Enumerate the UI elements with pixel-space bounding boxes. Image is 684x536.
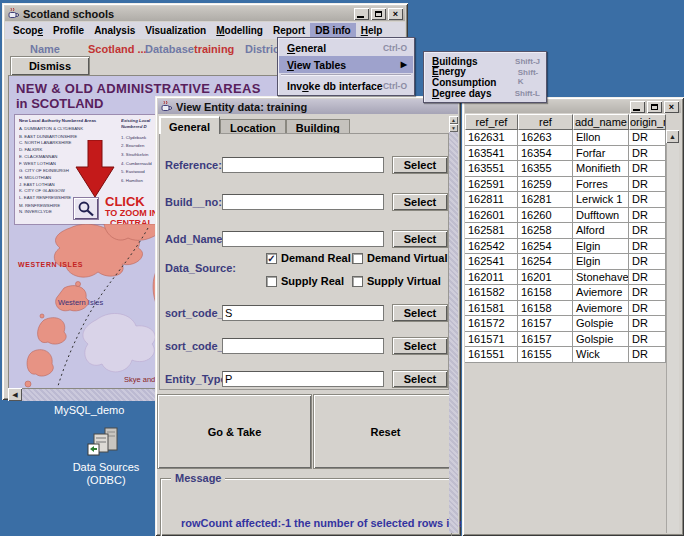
menu-item-invoke-db-interface[interactable]: Invoke db interfaceCtrl-O bbox=[279, 77, 413, 94]
table-cell: DR bbox=[629, 146, 666, 162]
sort-code-2-select-button[interactable]: Select bbox=[392, 337, 448, 355]
menubar-item-help[interactable]: Help bbox=[356, 23, 388, 38]
go-and-take-button[interactable]: Go & Take bbox=[157, 394, 312, 469]
table-row[interactable]: 16260116260DufftownDR bbox=[465, 208, 666, 224]
desktop-icon-mysql-demo[interactable]: MySQL_demo bbox=[54, 404, 124, 416]
table-body: 16263116263EllonDR16354116354ForfarDR163… bbox=[465, 130, 666, 363]
legend-entry: 5. Eastwood bbox=[121, 168, 152, 177]
menu-item-general[interactable]: GeneralCtrl-O bbox=[279, 39, 413, 56]
table-row[interactable]: 16158216158AviemoreDR bbox=[465, 285, 666, 301]
table-minimize-button[interactable] bbox=[630, 101, 645, 113]
sort-code-2-field[interactable] bbox=[222, 338, 384, 354]
table-cell: DR bbox=[629, 239, 666, 255]
legend-left-header: New Local Authority Numbered Areas bbox=[19, 118, 96, 122]
zoom-magnifier-button[interactable] bbox=[73, 197, 99, 220]
entity-type-select-button[interactable]: Select bbox=[392, 370, 448, 388]
reset-button[interactable]: Reset bbox=[313, 394, 458, 469]
close-button[interactable]: × bbox=[388, 8, 403, 20]
scroll-left-arrow-icon[interactable]: ◀ bbox=[8, 388, 22, 401]
entity-type-label: Entity_Type: bbox=[165, 373, 230, 385]
menubar-item-db-info[interactable]: DB info bbox=[310, 23, 356, 38]
submenu-item-degree-days[interactable]: Degree daysShift-L bbox=[425, 85, 545, 101]
table-cell: DR bbox=[629, 208, 666, 224]
tab-location[interactable]: Location bbox=[220, 119, 286, 134]
table-row[interactable]: 16157116157GolspieDR bbox=[465, 332, 666, 348]
menubar-item-scope[interactable]: Scope bbox=[8, 23, 48, 38]
demand-virtual-checkbox[interactable] bbox=[352, 253, 363, 264]
click-text-line1: CLICK bbox=[105, 194, 145, 209]
table-maximize-button[interactable] bbox=[647, 101, 662, 113]
western-isles-caps-label: WESTERN ISLES bbox=[18, 261, 83, 268]
message-group-title: Message bbox=[171, 472, 225, 484]
table-row[interactable]: 16158116158AviemoreDR bbox=[465, 301, 666, 317]
scroll-down-arrow-icon[interactable]: ▼ bbox=[449, 124, 458, 132]
table-cell: 163541 bbox=[465, 146, 518, 162]
menubar-item-profile[interactable]: Profile bbox=[48, 23, 89, 38]
table-vertical-scrollbar[interactable]: ▲ bbox=[666, 130, 679, 533]
submenu-shortcut: Shift-K bbox=[518, 68, 540, 86]
table-scroll-up-arrow-icon[interactable]: ▲ bbox=[666, 130, 679, 143]
menubar-item-analysis[interactable]: Analysis bbox=[89, 23, 140, 38]
table-row[interactable]: 16355116355MonifiethDR bbox=[465, 161, 666, 177]
build-no-field[interactable] bbox=[222, 194, 384, 210]
legend-right-header1: Existing Local bbox=[121, 118, 150, 122]
add-name-select-button[interactable]: Select bbox=[392, 230, 448, 248]
column-header-origin[interactable]: origin_r bbox=[629, 114, 666, 130]
build-no-select-button[interactable]: Select bbox=[392, 193, 448, 211]
table-row[interactable]: 16354116354ForfarDR bbox=[465, 146, 666, 162]
tab-building[interactable]: Building bbox=[286, 119, 350, 134]
table-cell: 162541 bbox=[465, 254, 518, 270]
legend-entry: G. CITY OF EDINBURGH bbox=[19, 167, 83, 174]
table-cell: Forfar bbox=[573, 146, 629, 162]
submenu-item-energy-consumption[interactable]: Energy ConsumptionShift-K bbox=[425, 69, 545, 85]
table-row[interactable]: 16263116263EllonDR bbox=[465, 130, 666, 146]
table-cell: 162601 bbox=[465, 208, 518, 224]
menu-item-view-tables[interactable]: View Tables▶ bbox=[279, 56, 413, 73]
table-row[interactable]: 16254116254ElginDR bbox=[465, 254, 666, 270]
entity-type-field[interactable] bbox=[222, 371, 384, 387]
table-cell: 16254 bbox=[518, 239, 573, 255]
table-cell: 16155 bbox=[518, 347, 573, 363]
table-row[interactable]: 16155116155WickDR bbox=[465, 347, 666, 363]
dismiss-button[interactable]: Dismiss bbox=[10, 56, 90, 76]
reference-select-button[interactable]: Select bbox=[392, 156, 448, 174]
table-cell: Lerwick 1 bbox=[573, 192, 629, 208]
column-header-ref[interactable]: ref bbox=[518, 114, 573, 130]
table-cell: DR bbox=[629, 177, 666, 193]
table-row[interactable]: 16157216157GolspieDR bbox=[465, 316, 666, 332]
supply-virtual-checkbox[interactable] bbox=[352, 276, 363, 287]
menubar-item-visualization[interactable]: Visualization bbox=[140, 23, 211, 38]
reference-field[interactable] bbox=[222, 157, 384, 173]
odbc-icon[interactable] bbox=[86, 426, 122, 458]
supply-real-checkbox[interactable] bbox=[266, 276, 277, 287]
menubar-item-modelling[interactable]: Modelling bbox=[211, 23, 268, 38]
tab-general[interactable]: General bbox=[159, 116, 220, 134]
dialog-icon bbox=[160, 100, 173, 113]
table-row[interactable]: 16201116201StonehavenDR bbox=[465, 270, 666, 286]
dialog-title: View Entity data: training bbox=[176, 101, 456, 113]
legend-entry: K. CITY OF GLASGOW bbox=[19, 188, 83, 195]
table-close-button[interactable]: × bbox=[664, 101, 679, 113]
table-row[interactable]: 16258116258AlfordDR bbox=[465, 223, 666, 239]
column-header-ref-ref[interactable]: ref_ref bbox=[465, 114, 518, 130]
sort-code-1-field[interactable] bbox=[222, 305, 384, 321]
menubar-item-report[interactable]: Report bbox=[268, 23, 310, 38]
demand-virtual-label: Demand Virtual bbox=[367, 252, 448, 264]
table-row[interactable]: 16281116281Lerwick 1DR bbox=[465, 192, 666, 208]
minimize-button[interactable] bbox=[354, 8, 369, 20]
table-row[interactable]: 16254216254ElginDR bbox=[465, 239, 666, 255]
desktop-icon-data-sources-label[interactable]: Data Sources (ODBC) bbox=[58, 461, 154, 487]
legend-entry: C. NORTH LANARKSHIRE bbox=[19, 140, 83, 147]
column-header-add-name[interactable]: add_name bbox=[573, 114, 629, 130]
dialog-title-bar[interactable]: View Entity data: training bbox=[158, 99, 458, 114]
sort-code-1-select-button[interactable]: Select bbox=[392, 304, 448, 322]
demand-real-checkbox[interactable] bbox=[266, 253, 277, 264]
add-name-field[interactable] bbox=[222, 231, 384, 247]
table-cell: DR bbox=[629, 130, 666, 146]
table-cell: 16157 bbox=[518, 332, 573, 348]
table-row[interactable]: 16259116259ForresDR bbox=[465, 177, 666, 193]
scroll-up-arrow-icon[interactable]: ▲ bbox=[449, 116, 458, 124]
main-title-bar[interactable]: Scotland schools × bbox=[5, 6, 405, 21]
dialog-vertical-scrollbar[interactable]: ▲ ▼ bbox=[449, 116, 458, 533]
maximize-button[interactable] bbox=[371, 8, 386, 20]
